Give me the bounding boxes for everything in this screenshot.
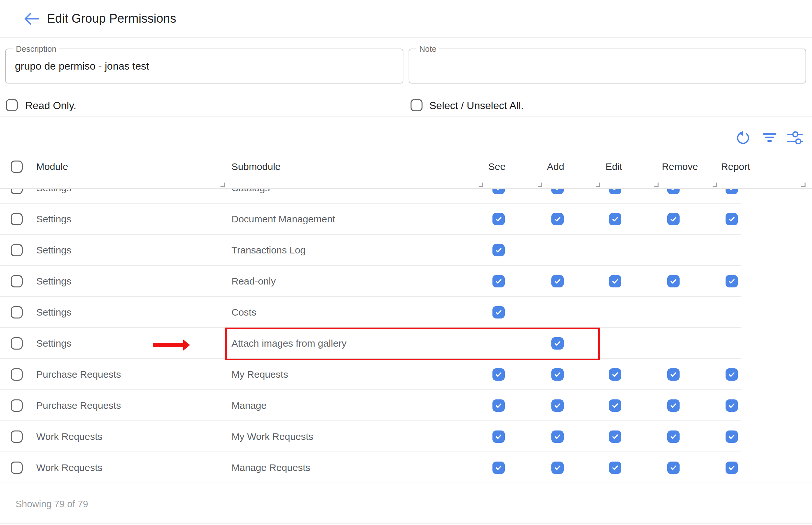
table-row: SettingsAttach images from gallery — [0, 328, 812, 359]
column-settings-button[interactable] — [787, 130, 803, 146]
permission-checkbox-edit[interactable] — [609, 213, 621, 225]
table-row: SettingsCatalogs — [0, 189, 812, 204]
permission-checkbox-report[interactable] — [726, 462, 738, 474]
permission-checkbox-report[interactable] — [726, 275, 738, 287]
column-resize-handle[interactable] — [713, 182, 717, 187]
table-row: Work RequestsMy Work Requests — [0, 421, 812, 452]
permission-checkbox-see[interactable] — [492, 213, 505, 225]
permission-checkbox-see[interactable] — [492, 462, 505, 474]
column-resize-handle[interactable] — [654, 182, 659, 187]
submodule-cell: My Work Requests — [232, 431, 313, 442]
module-cell: Settings — [36, 338, 71, 349]
select-unselect-all-label: Select / Unselect All. — [429, 100, 524, 112]
permission-checkbox-remove[interactable] — [667, 400, 680, 412]
table-row: Purchase RequestsManage — [0, 390, 812, 421]
permission-checkbox-report[interactable] — [726, 400, 738, 412]
permission-checkbox-add[interactable] — [551, 189, 564, 194]
note-field: Note — [409, 48, 806, 84]
permission-checkbox-remove[interactable] — [667, 462, 680, 474]
column-resize-handle[interactable] — [538, 182, 542, 187]
module-cell: Purchase Requests — [36, 369, 121, 380]
permission-checkbox-add[interactable] — [551, 400, 564, 412]
row-select-checkbox[interactable] — [11, 337, 23, 349]
column-header-add[interactable]: Add — [547, 161, 564, 172]
submodule-cell: Attach images from gallery — [232, 338, 346, 349]
row-select-checkbox[interactable] — [11, 189, 23, 194]
permission-checkbox-report[interactable] — [726, 213, 738, 225]
submodule-cell: Manage — [232, 400, 266, 411]
permission-checkbox-remove[interactable] — [667, 275, 680, 287]
column-header-edit[interactable]: Edit — [605, 161, 622, 172]
module-cell: Purchase Requests — [36, 400, 121, 411]
permission-checkbox-edit[interactable] — [609, 431, 621, 443]
permission-checkbox-see[interactable] — [492, 400, 505, 412]
permission-checkbox-report[interactable] — [726, 368, 738, 381]
permission-checkbox-see[interactable] — [492, 189, 505, 194]
tune-icon — [787, 130, 803, 144]
row-select-checkbox[interactable] — [11, 368, 23, 381]
column-header-report[interactable]: Report — [721, 161, 750, 172]
permission-checkbox-remove[interactable] — [667, 213, 680, 225]
read-only-checkbox[interactable] — [6, 99, 18, 111]
row-select-checkbox[interactable] — [11, 306, 23, 318]
row-select-checkbox[interactable] — [11, 275, 23, 287]
permission-checkbox-add[interactable] — [551, 275, 564, 287]
submodule-cell: Read-only — [232, 276, 276, 287]
footer-divider — [0, 483, 812, 483]
submodule-cell: Manage Requests — [232, 462, 310, 473]
select-unselect-all-checkbox[interactable] — [411, 99, 423, 111]
permission-checkbox-see[interactable] — [492, 368, 505, 381]
permission-checkbox-see[interactable] — [492, 275, 505, 287]
permission-checkbox-remove[interactable] — [667, 368, 680, 381]
module-cell: Work Requests — [36, 431, 103, 442]
submodule-cell: Costs — [232, 307, 256, 318]
permission-checkbox-edit[interactable] — [609, 462, 621, 474]
permission-checkbox-add[interactable] — [551, 213, 564, 225]
permission-checkbox-report[interactable] — [726, 189, 738, 194]
permission-checkbox-edit[interactable] — [609, 400, 621, 412]
filter-button[interactable] — [762, 132, 777, 143]
table-row: Work RequestsManage Requests — [0, 452, 812, 483]
column-resize-handle[interactable] — [596, 182, 600, 187]
permission-checkbox-add[interactable] — [551, 337, 564, 349]
permission-checkbox-see[interactable] — [492, 244, 505, 256]
column-header-remove[interactable]: Remove — [662, 161, 698, 172]
note-label: Note — [416, 44, 439, 54]
back-button[interactable] — [23, 12, 40, 26]
permission-checkbox-add[interactable] — [551, 431, 564, 443]
description-field: Description grupo de permiso - jonas tes… — [5, 48, 403, 84]
permission-checkbox-edit[interactable] — [609, 275, 621, 287]
permission-checkbox-see[interactable] — [492, 431, 505, 443]
row-count-status: Showing 79 of 79 — [16, 499, 88, 509]
permission-checkbox-see[interactable] — [492, 306, 505, 318]
column-resize-handle[interactable] — [221, 182, 225, 187]
table-row: SettingsRead-only — [0, 266, 812, 297]
permission-checkbox-edit[interactable] — [609, 368, 621, 381]
select-all-rows-checkbox[interactable] — [11, 161, 23, 173]
row-select-checkbox[interactable] — [11, 462, 23, 474]
row-select-checkbox[interactable] — [11, 244, 23, 256]
permission-checkbox-add[interactable] — [551, 368, 564, 381]
arrow-left-icon — [23, 12, 40, 26]
module-cell: Settings — [36, 276, 71, 287]
column-header-module[interactable]: Module — [36, 161, 68, 172]
permission-checkbox-remove[interactable] — [667, 431, 680, 443]
table-body: SettingsCatalogsSettingsDocument Managem… — [0, 189, 812, 483]
permission-checkbox-remove[interactable] — [667, 189, 680, 194]
row-select-checkbox[interactable] — [11, 400, 23, 412]
column-resize-handle[interactable] — [801, 182, 806, 187]
row-select-checkbox[interactable] — [11, 431, 23, 443]
refresh-button[interactable] — [736, 130, 751, 146]
description-label: Description — [13, 44, 59, 54]
filter-icon — [763, 133, 777, 135]
column-header-see[interactable]: See — [488, 161, 505, 172]
permission-checkbox-edit[interactable] — [609, 189, 621, 194]
table-row: SettingsCosts — [0, 297, 812, 328]
description-input[interactable]: grupo de permiso - jonas test — [15, 60, 387, 72]
permission-checkbox-add[interactable] — [551, 462, 564, 474]
row-select-checkbox[interactable] — [11, 213, 23, 225]
column-header-submodule[interactable]: Submodule — [232, 161, 281, 172]
column-resize-handle[interactable] — [479, 182, 483, 187]
table-row: SettingsTransactions Log — [0, 235, 812, 266]
permission-checkbox-report[interactable] — [726, 431, 738, 443]
